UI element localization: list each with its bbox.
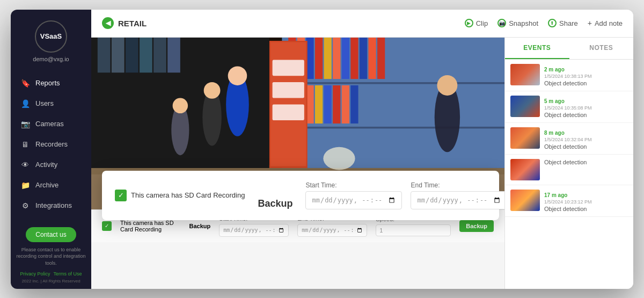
terms-of-use-link[interactable]: Terms of Use — [54, 271, 82, 277]
share-action[interactable]: ⬆ Share — [548, 19, 578, 27]
monitor-icon: 🖥 — [20, 140, 30, 149]
topbar: ◀ RETAIL ▶ Clip 📷 Snapshot ⬆ Share + — [91, 10, 633, 38]
list-item[interactable]: 17 m ago 1/5/2024 10:23:12 PM Object det… — [505, 185, 633, 217]
end-time-label: End Time: — [411, 181, 504, 189]
content-area: 2017/12/29 10:38:13 1#camera ✓ This came… — [91, 38, 633, 289]
svg-point-45 — [323, 147, 355, 170]
app-container: VSaaS demo@vxg.io 🔖 Reports 👤 Users 📷 Ca… — [11, 10, 633, 289]
svg-rect-21 — [342, 85, 349, 123]
topbar-actions: ▶ Clip 📷 Snapshot ⬆ Share + Add note — [465, 19, 623, 27]
video-panel: 2017/12/29 10:38:13 1#camera ✓ This came… — [91, 38, 504, 289]
svg-rect-7 — [315, 38, 323, 79]
svg-rect-36 — [167, 38, 180, 72]
end-time-field: End Time: — [411, 181, 504, 209]
bar-start-input[interactable] — [219, 224, 289, 237]
event-time-ago: 5 m ago — [544, 98, 565, 104]
sidebar-links: Privacy Policy Terms of Use — [20, 271, 82, 277]
backup-dialog-title: Backup — [258, 198, 292, 209]
sd-check-icon-bottom: ✓ — [102, 221, 112, 231]
list-item[interactable]: 8 m ago 1/5/2024 10:32:04 PM Object dete… — [505, 123, 633, 155]
list-item[interactable]: Object detection — [505, 155, 633, 185]
sidebar: VSaaS demo@vxg.io 🔖 Reports 👤 Users 📷 Ca… — [11, 10, 91, 289]
event-thumbnail — [510, 190, 540, 211]
folder-icon: 📁 — [20, 180, 30, 190]
snapshot-action[interactable]: 📷 Snapshot — [497, 19, 538, 27]
start-time-label: Start Time: — [305, 181, 402, 189]
event-thumbnail — [510, 96, 540, 117]
event-type: Object detection — [544, 80, 628, 86]
svg-rect-33 — [126, 38, 138, 72]
add-note-action[interactable]: + Add note — [588, 19, 623, 27]
sd-card-notice: ✓ This camera has SD Card Recording — [115, 190, 245, 201]
bookmark-icon: 🔖 — [20, 78, 30, 88]
svg-rect-35 — [153, 38, 166, 72]
svg-point-38 — [228, 66, 247, 85]
start-time-field: Start Time: — [305, 181, 402, 209]
start-time-input[interactable] — [305, 191, 402, 209]
list-item[interactable]: 5 m ago 1/5/2024 10:35:08 PM Object dete… — [505, 91, 633, 123]
svg-rect-12 — [360, 38, 367, 79]
event-thumbnail — [510, 64, 540, 85]
svg-rect-9 — [333, 38, 340, 79]
page-title: RETAIL — [118, 19, 147, 28]
svg-rect-32 — [112, 38, 125, 72]
sidebar-item-integrations[interactable]: ⚙ Integrations — [11, 195, 91, 216]
sidebar-item-recorders[interactable]: 🖥 Recorders — [11, 134, 91, 155]
svg-rect-13 — [368, 38, 376, 79]
svg-rect-22 — [350, 85, 358, 123]
event-type: Object detection — [544, 143, 628, 150]
plus-icon: + — [588, 19, 592, 27]
svg-rect-31 — [98, 38, 111, 72]
copyright: 2022 Inc. | All Rights Reserved — [21, 279, 80, 284]
event-date: 1/5/2024 10:35:08 PM — [544, 105, 628, 111]
svg-rect-19 — [324, 85, 332, 123]
bar-speed-input[interactable] — [376, 224, 451, 236]
sidebar-item-cameras[interactable]: 📷 Cameras — [11, 114, 91, 134]
gear-icon: ⚙ — [20, 201, 30, 210]
backup-dialog: ✓ This camera has SD Card Recording Back… — [102, 171, 499, 220]
clip-icon: ▶ — [465, 19, 473, 27]
svg-rect-20 — [333, 85, 340, 123]
svg-rect-34 — [140, 38, 152, 72]
event-date: 1/5/2024 10:38:13 PM — [544, 74, 628, 79]
sidebar-nav: 🔖 Reports 👤 Users 📷 Cameras 🖥 Recorders … — [11, 73, 91, 222]
eye-icon: 👁 — [20, 160, 30, 170]
bar-backup-button[interactable]: Backup — [459, 220, 494, 232]
svg-rect-28 — [273, 82, 304, 98]
svg-rect-11 — [350, 38, 358, 79]
events-list: 2 m ago 1/5/2024 10:38:13 PM Object dete… — [505, 60, 633, 289]
svg-point-40 — [204, 82, 221, 99]
contact-us-button[interactable]: Contact us — [26, 227, 76, 242]
sidebar-item-archive[interactable]: 📁 Archive — [11, 175, 91, 195]
svg-rect-14 — [377, 38, 385, 79]
event-type: Object detection — [544, 206, 628, 212]
end-time-input[interactable] — [411, 191, 504, 209]
sidebar-user: demo@vxg.io — [33, 56, 69, 62]
svg-rect-18 — [315, 85, 323, 123]
svg-rect-23 — [282, 82, 504, 84]
share-icon: ⬆ — [548, 19, 557, 27]
sidebar-item-reports[interactable]: 🔖 Reports — [11, 73, 91, 93]
privacy-policy-link[interactable]: Privacy Policy — [20, 271, 50, 277]
bar-end-input[interactable] — [297, 224, 367, 237]
svg-rect-8 — [324, 38, 332, 79]
events-panel: EVENTS NOTES 2 m ago 1/5/2024 10:38:13 P… — [504, 38, 633, 289]
event-type: Object detection — [544, 159, 628, 165]
event-date: 1/5/2024 10:23:12 PM — [544, 199, 628, 205]
tab-notes[interactable]: NOTES — [569, 38, 634, 59]
list-item[interactable]: 2 m ago 1/5/2024 10:38:13 PM Object dete… — [505, 60, 633, 91]
sidebar-item-users[interactable]: 👤 Users — [11, 93, 91, 114]
sidebar-item-activity[interactable]: 👁 Activity — [11, 155, 91, 175]
back-icon[interactable]: ◀ — [102, 17, 114, 29]
clip-action[interactable]: ▶ Clip — [465, 19, 488, 27]
svg-rect-24 — [282, 126, 504, 128]
user-icon: 👤 — [20, 99, 30, 108]
svg-point-44 — [173, 98, 188, 113]
camera-icon: 📷 — [20, 119, 30, 129]
topbar-brand: ◀ RETAIL — [102, 17, 456, 29]
svg-rect-29 — [273, 104, 304, 120]
tab-events[interactable]: EVENTS — [505, 38, 569, 59]
logo: VSaaS — [35, 20, 67, 53]
event-thumbnail — [510, 159, 540, 180]
event-type: Object detection — [544, 112, 628, 118]
